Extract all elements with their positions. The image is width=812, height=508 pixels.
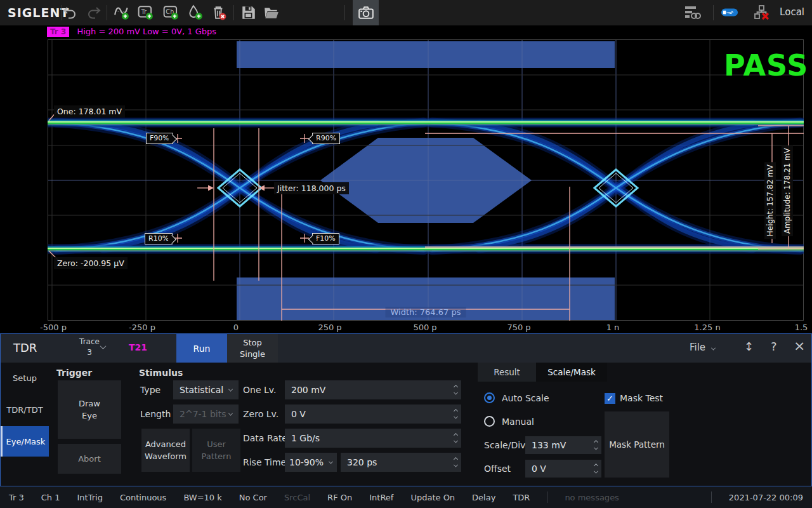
- scale-div-input[interactable]: 133 mV: [525, 436, 601, 454]
- mask-test-label[interactable]: Mask Test: [620, 393, 663, 403]
- toolbar-separator: [107, 5, 107, 20]
- tab-scale-mask[interactable]: Scale/Mask: [536, 363, 607, 382]
- offset-input[interactable]: 0 V: [525, 460, 601, 478]
- open-folder-icon[interactable]: [263, 4, 280, 21]
- trace-summary: High = 200 mV Low = 0V, 1 Gbps: [77, 27, 216, 36]
- x-tick: 1 n: [606, 323, 620, 332]
- lan-disconnected-icon[interactable]: [754, 4, 771, 21]
- trace-info-line: Tr 3 High = 200 mV Low = 0V, 1 Gbps: [47, 27, 216, 38]
- top-toolbar: SIGLENT Tr Ch: [0, 0, 812, 25]
- status-message: no messages: [565, 493, 619, 502]
- chevron-down-icon: [711, 346, 716, 351]
- run-button[interactable]: Run: [176, 334, 227, 363]
- siglent-logo: SIGLENT: [8, 6, 69, 20]
- status-srccal: SrcCal: [284, 493, 310, 502]
- add-channel-icon[interactable]: Ch: [162, 4, 180, 21]
- status-bar: Tr 3 Ch 1 IntTrig Continuous BW=10 k No …: [0, 486, 812, 508]
- trace-selector[interactable]: Trace 3: [63, 337, 116, 361]
- x-tick: 500 p: [413, 323, 436, 332]
- panel-title: TDR: [13, 341, 37, 354]
- status-sweep: Continuous: [120, 493, 166, 502]
- resize-panel-icon[interactable]: ↕: [744, 340, 754, 353]
- status-bandwidth: BW=10 k: [183, 493, 221, 502]
- manual-radio[interactable]: [484, 416, 495, 427]
- delete-trash-icon[interactable]: [210, 4, 228, 21]
- status-reference: IntRef: [369, 493, 393, 502]
- one-level-band: [48, 122, 804, 124]
- user-pattern-button: User Pattern: [192, 429, 240, 472]
- tab-result[interactable]: Result: [478, 363, 536, 382]
- type-select[interactable]: Statistical: [173, 380, 239, 399]
- mask-test-checkbox[interactable]: ✓: [605, 393, 615, 404]
- x-tick: -250 p: [129, 323, 155, 332]
- sidebar-item-eye-mask[interactable]: Eye/Mask: [1, 426, 49, 457]
- spin-arrows[interactable]: [454, 380, 457, 399]
- status-datetime: 2021-07-22 00:09: [729, 493, 803, 502]
- spin-arrows[interactable]: [454, 453, 457, 472]
- active-trace-name[interactable]: T21: [129, 342, 147, 352]
- abort-button[interactable]: Abort: [58, 444, 121, 474]
- f10-tag: F10%: [312, 233, 339, 244]
- close-icon[interactable]: ×: [794, 338, 805, 354]
- spin-arrows[interactable]: [594, 460, 598, 478]
- add-waveform-icon[interactable]: [113, 4, 131, 21]
- rise-time-input[interactable]: 320 ps: [341, 453, 461, 472]
- remote-control-icon[interactable]: [684, 4, 702, 21]
- trace-selector-value: 3: [87, 348, 92, 357]
- data-rate-input[interactable]: 1 Gb/s: [285, 429, 461, 448]
- status-mode: TDR: [513, 493, 530, 502]
- draw-eye-button[interactable]: Draw Eye: [58, 380, 121, 439]
- spin-arrows[interactable]: [594, 436, 598, 454]
- chevron-down-icon: [329, 459, 333, 464]
- status-channel: Ch 1: [41, 493, 60, 502]
- sidebar-item-tdr-tdt[interactable]: TDR/TDT: [1, 394, 49, 425]
- auto-scale-radio[interactable]: [484, 392, 495, 403]
- width-readout: Width: 764.67 ps: [386, 307, 466, 318]
- x-tick: 250 p: [318, 323, 341, 332]
- undo-icon[interactable]: [61, 4, 79, 21]
- zero-level-band: [48, 248, 804, 251]
- status-delay: Delay: [472, 493, 495, 502]
- svg-text:Tr: Tr: [140, 8, 147, 15]
- usb-icon[interactable]: [721, 4, 738, 21]
- trace-badge[interactable]: Tr 3: [47, 27, 69, 37]
- toolbar-separator: [233, 5, 234, 20]
- help-icon[interactable]: ?: [771, 340, 777, 353]
- sidebar-item-setup[interactable]: Setup: [1, 363, 49, 393]
- one-level-label: One Lv.: [243, 385, 276, 395]
- data-rate-label: Data Rate: [243, 433, 287, 443]
- scale-div-label: Scale/Div: [484, 440, 525, 450]
- tdr-dialog-panel: TDR Trace 3 T21 Run Stop Single File ↕ ?…: [0, 333, 812, 486]
- add-trace-icon[interactable]: Tr: [137, 4, 155, 21]
- one-level-readout: One: 178.01 mV: [54, 105, 125, 117]
- file-menu[interactable]: File: [690, 342, 715, 353]
- advanced-waveform-button[interactable]: Advanced Waveform: [141, 429, 190, 472]
- rise-time-ref-select[interactable]: 10-90%: [285, 453, 337, 472]
- f90-tag: F90%: [146, 133, 173, 144]
- trace-selector-label: Trace: [79, 337, 100, 346]
- save-icon[interactable]: [240, 4, 258, 21]
- spin-arrows[interactable]: [454, 429, 457, 448]
- manual-label[interactable]: Manual: [502, 417, 534, 427]
- r10-tag: R10%: [145, 233, 173, 244]
- y-axis-labels: 300.0 m 250.0 m 200.0 m 150.0 m 100.0 m …: [0, 39, 42, 321]
- screenshot-camera-button[interactable]: [353, 0, 379, 25]
- add-marker-icon[interactable]: [187, 4, 204, 21]
- stop-single-button[interactable]: Stop Single: [227, 334, 278, 363]
- panel-header: TDR Trace 3 T21 Run Stop Single File ↕ ?…: [1, 334, 811, 363]
- one-level-input[interactable]: 200 mV: [285, 380, 461, 399]
- height-readout: Height: 157.82 mV: [764, 162, 776, 239]
- x-tick: 0: [233, 323, 239, 332]
- status-separator: [711, 491, 712, 503]
- mask-pattern-button[interactable]: Mask Pattern: [605, 411, 669, 478]
- mask-regions: [237, 41, 615, 321]
- length-select: 2^7-1 bits: [173, 404, 239, 424]
- auto-scale-label[interactable]: Auto Scale: [502, 393, 549, 403]
- type-label: Type: [140, 385, 160, 395]
- local-remote-label[interactable]: Local: [780, 6, 804, 18]
- zero-level-input[interactable]: 0 V: [285, 404, 461, 424]
- status-trace: Tr 3: [9, 493, 24, 502]
- spin-arrows[interactable]: [454, 404, 457, 424]
- toolbar-separator: [344, 5, 345, 20]
- eye-diagram-plot-area[interactable]: PASS One: 178.01 mV Zero: -200.95 µV Jit…: [48, 39, 804, 321]
